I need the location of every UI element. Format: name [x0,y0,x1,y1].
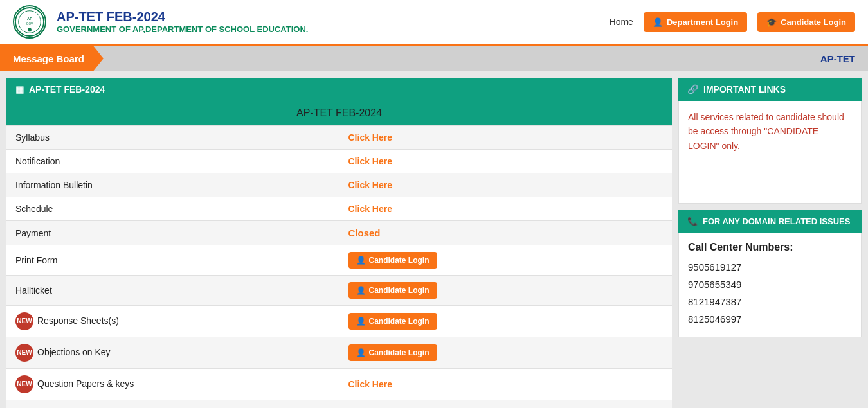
row-value[interactable]: Click Here [339,369,673,400]
svg-point-4 [28,28,32,32]
table-row: Information BulletinClick Here [6,173,672,197]
click-here-link[interactable]: Click Here [348,204,392,214]
row-label: Schedule [6,197,339,221]
important-links-header: 🔗 IMPORTANT LINKS [678,78,862,101]
message-bar-right: AP-TET [820,53,868,64]
row-value[interactable]: Click Here [339,150,673,173]
left-section-header: ▦ AP-TET FEB-2024 [6,78,672,101]
important-links-text: All services related to candidate should… [688,110,852,153]
row-value[interactable]: 👤 Candidate Login [339,306,673,337]
header-titles: AP-TET FEB-2024 GOVERNMENT OF AP,DEPARTM… [57,10,599,34]
link-icon: 🔗 [687,84,698,94]
row-value[interactable]: 👤 Candidate Login [339,337,673,369]
row-label: Payment [6,221,339,245]
svg-text:GOV: GOV [26,22,33,26]
svg-text:AP: AP [27,17,32,21]
important-links-content: All services related to candidate should… [678,101,862,204]
candidate-login-btn[interactable]: 👤 Candidate Login [348,344,437,361]
click-here-link[interactable]: Click Here [348,180,392,190]
row-label: Notification [6,150,339,173]
logo: AP GOV [13,5,46,39]
right-panel: 🔗 IMPORTANT LINKS All services related t… [678,78,862,408]
row-label: Hallticket [6,276,339,306]
row-value[interactable]: 👤 Candidate Login [339,245,673,276]
candidate-login-btn[interactable]: 👤 Candidate Login [348,282,437,299]
table-row: SyllabusClick Here [6,126,672,150]
cand-login-icon: 🎓 [766,17,777,27]
department-login-button[interactable]: 👤 Department Login [644,12,747,32]
table-row: FAQClick Here [6,400,672,409]
table-row: NEWResponse Sheets(s)👤 Candidate Login [6,306,672,337]
click-here-link[interactable]: Click Here [348,156,392,166]
closed-text: Closed [348,227,381,238]
click-here-link[interactable]: Click Here [348,379,392,389]
new-badge: NEW [15,375,33,393]
new-badge: NEW [15,312,33,330]
dept-login-icon: 👤 [653,17,663,27]
table-row: NEWObjections on Key👤 Candidate Login [6,337,672,369]
table-row: ScheduleClick Here [6,197,672,221]
call-numbers-list: 9505619127970565534981219473878125046997 [688,258,852,328]
row-label: NEWResponse Sheets(s) [6,306,339,337]
call-number: 8125046997 [688,310,852,328]
table-row: PaymentClosed [6,221,672,245]
row-label: NEWObjections on Key [6,337,339,369]
home-link[interactable]: Home [610,17,633,27]
new-badge: NEW [15,344,33,362]
call-number: 9505619127 [688,258,852,276]
grid-icon: ▦ [15,84,24,94]
table-row: Hallticket👤 Candidate Login [6,276,672,306]
main-container: ▦ AP-TET FEB-2024 AP-TET FEB-2024 Syllab… [0,71,868,408]
table-title: AP-TET FEB-2024 [6,101,672,126]
call-number: 8121947387 [688,293,852,310]
domain-issues-header: 📞 FOR ANY DOMAIN RELATED ISSUES [678,210,862,233]
site-title: AP-TET FEB-2024 [57,10,599,24]
row-value[interactable]: Closed [339,221,673,245]
row-value[interactable]: Click Here [339,173,673,197]
header-nav: Home 👤 Department Login 🎓 Candidate Logi… [610,12,855,32]
call-number: 9705655349 [688,276,852,293]
site-subtitle: GOVERNMENT OF AP,DEPARTMENT OF SCHOOL ED… [57,24,599,34]
row-value[interactable]: Click Here [339,197,673,221]
row-label: Print Form [6,245,339,276]
row-label: Syllabus [6,126,339,150]
message-bar: Message Board AP-TET [0,46,868,71]
table-row: Print Form👤 Candidate Login [6,245,672,276]
row-value[interactable]: 👤 Candidate Login [339,276,673,306]
candidate-login-btn[interactable]: 👤 Candidate Login [348,252,437,269]
row-label: Information Bulletin [6,173,339,197]
call-center-content: Call Center Numbers: 9505619127970565534… [678,233,862,337]
row-value[interactable]: Click Here [339,400,673,409]
table-row: NotificationClick Here [6,150,672,173]
left-panel: ▦ AP-TET FEB-2024 AP-TET FEB-2024 Syllab… [6,78,672,408]
row-value[interactable]: Click Here [339,126,673,150]
call-center-title: Call Center Numbers: [688,242,852,253]
main-table: AP-TET FEB-2024 SyllabusClick HereNotifi… [6,101,672,408]
candidate-login-button[interactable]: 🎓 Candidate Login [757,12,855,32]
header: AP GOV AP-TET FEB-2024 GOVERNMENT OF AP,… [0,0,868,46]
click-here-link[interactable]: Click Here [348,132,392,143]
table-row: NEWQuestion Papers & keysClick Here [6,369,672,400]
row-label: NEWQuestion Papers & keys [6,369,339,400]
row-label: FAQ [6,400,339,409]
phone-icon: 📞 [687,217,698,226]
message-board-label: Message Board [0,46,104,71]
candidate-login-btn[interactable]: 👤 Candidate Login [348,313,437,330]
